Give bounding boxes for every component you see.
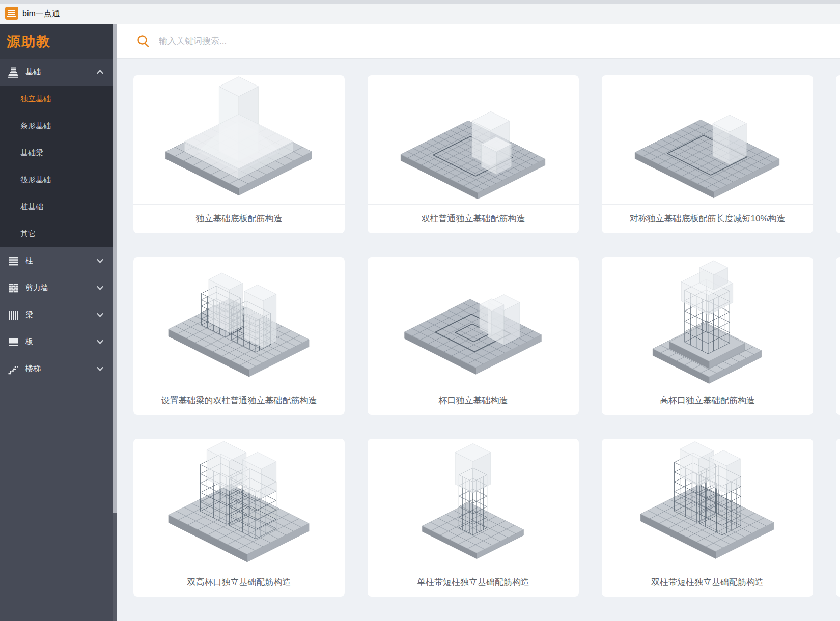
card-title: 双柱带短柱独立基础配筋构造 [602, 568, 813, 597]
submenu-item-5[interactable]: 其它 [0, 220, 113, 247]
card-thumbnail-image [133, 257, 345, 386]
card-7[interactable]: 单柱带短柱独立基础配筋构造 [368, 439, 579, 597]
submenu-item-0[interactable]: 独立基础 [0, 86, 113, 112]
card-2[interactable]: 对称独立基础底板配筋长度减短10%构造 [602, 75, 813, 233]
column-icon [7, 255, 19, 267]
sidebar-item-1[interactable]: 柱 [0, 247, 113, 274]
slab-icon [7, 336, 19, 348]
submenu-item-2[interactable]: 基础梁 [0, 139, 113, 166]
card-thumbnail-image [368, 439, 579, 568]
card-thumbnail-image [133, 75, 345, 204]
sidebar: 源助教 基础独立基础条形基础基础梁筏形基础桩基础其它柱剪力墙梁板楼梯 [0, 24, 113, 621]
sidebar-item-4[interactable]: 板 [0, 328, 113, 355]
card-3[interactable]: 设置基础梁的双柱普通独立基础配筋构造 [133, 257, 345, 415]
submenu-item-label: 其它 [20, 229, 36, 239]
card-thumbnail-image [133, 439, 345, 568]
stairs-icon [7, 363, 19, 375]
submenu-item-label: 桩基础 [20, 202, 43, 212]
card-0[interactable]: 独立基础底板配筋构造 [133, 75, 345, 233]
card-thumbnail-image [368, 257, 579, 386]
shear-wall-icon [7, 282, 19, 294]
sidebar-item-label: 梁 [25, 310, 33, 320]
card-partial-0[interactable] [836, 75, 840, 233]
card-thumbnail-image [368, 75, 579, 204]
submenu-item-label: 基础梁 [20, 148, 43, 158]
card-partial-2[interactable] [836, 439, 840, 597]
submenu-item-label: 条形基础 [20, 121, 51, 131]
card-grid: 独立基础底板配筋构造双柱普通独立基础配筋构造对称独立基础底板配筋长度减短10%构… [117, 59, 840, 621]
card-6[interactable]: 双高杯口独立基础配筋构造 [133, 439, 345, 597]
submenu-item-4[interactable]: 桩基础 [0, 193, 113, 220]
search-bar [117, 24, 840, 59]
card-1[interactable]: 双柱普通独立基础配筋构造 [368, 75, 579, 233]
submenu-item-1[interactable]: 条形基础 [0, 112, 113, 139]
card-5[interactable]: 高杯口独立基础配筋构造 [602, 257, 813, 415]
card-thumbnail-image [602, 257, 813, 386]
submenu-item-label: 独立基础 [20, 94, 51, 104]
chevron-up-icon [96, 68, 104, 76]
sidebar-item-0[interactable]: 基础 [0, 59, 113, 86]
card-title: 独立基础底板配筋构造 [133, 204, 345, 233]
sidebar-item-5[interactable]: 楼梯 [0, 355, 113, 382]
submenu-item-3[interactable]: 筏形基础 [0, 166, 113, 193]
foundation-icon [7, 66, 19, 78]
card-title: 单柱带短柱独立基础配筋构造 [368, 568, 579, 597]
window-top-strip [0, 0, 840, 4]
card-8[interactable]: 双柱带短柱独立基础配筋构造 [602, 439, 813, 597]
scrollbar-thumb[interactable] [113, 24, 117, 513]
chevron-down-icon [96, 365, 104, 373]
search-input[interactable] [158, 36, 516, 47]
sidebar-item-label: 板 [25, 337, 33, 347]
chevron-down-icon [96, 338, 104, 346]
card-title: 高杯口独立基础配筋构造 [602, 386, 813, 415]
sidebar-nav: 基础独立基础条形基础基础梁筏形基础桩基础其它柱剪力墙梁板楼梯 [0, 59, 113, 382]
card-partial-1[interactable] [836, 257, 840, 415]
sidebar-scrollbar[interactable] [113, 24, 117, 621]
card-title: 对称独立基础底板配筋长度减短10%构造 [602, 204, 813, 233]
card-thumbnail-image [602, 75, 813, 204]
submenu-item-label: 筏形基础 [20, 175, 51, 185]
sidebar-item-2[interactable]: 剪力墙 [0, 274, 113, 301]
card-title: 双柱普通独立基础配筋构造 [368, 204, 579, 233]
card-thumbnail-image [602, 439, 813, 568]
app-window: bim一点通 源助教 基础独立基础条形基础基础梁筏形基础桩基础其它柱剪力墙梁板楼… [0, 0, 840, 621]
card-title: 双高杯口独立基础配筋构造 [133, 568, 345, 597]
card-title: 杯口独立基础构造 [368, 386, 579, 415]
app-logo[interactable]: 源助教 [0, 24, 113, 59]
sidebar-item-label: 楼梯 [25, 364, 41, 374]
submenu: 独立基础条形基础基础梁筏形基础桩基础其它 [0, 86, 113, 247]
chevron-down-icon [96, 284, 104, 292]
browser-tab-title[interactable]: bim一点通 [22, 0, 60, 24]
sidebar-item-label: 剪力墙 [25, 283, 48, 293]
sidebar-item-label: 基础 [25, 67, 41, 77]
chevron-down-icon [96, 311, 104, 319]
browser-tab-bar: bim一点通 [0, 0, 840, 25]
search-icon [136, 34, 151, 48]
card-title: 设置基础梁的双柱普通独立基础配筋构造 [133, 386, 345, 415]
beam-icon [7, 309, 19, 321]
card-4[interactable]: 杯口独立基础构造 [368, 257, 579, 415]
sidebar-item-3[interactable]: 梁 [0, 301, 113, 328]
chevron-down-icon [96, 257, 104, 265]
site-favicon-icon [5, 7, 18, 20]
sidebar-item-label: 柱 [25, 256, 33, 266]
